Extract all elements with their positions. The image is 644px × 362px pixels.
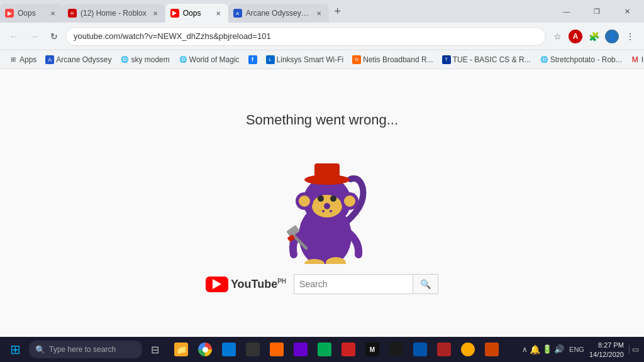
youtube-region: PH	[277, 278, 286, 285]
tab-oops-1[interactable]: ▶ Oops ✕	[0, 4, 63, 23]
bookmark-tue[interactable]: T TUE - BASIC CS & R...	[438, 54, 535, 65]
tab-oops-active[interactable]: Oops ✕	[165, 4, 228, 23]
volume-icon[interactable]: 🔊	[554, 344, 564, 354]
bookmark-star-icon[interactable]: ☆	[548, 28, 566, 45]
tab-label-3: Oops	[183, 9, 209, 18]
windows-logo-icon: ⊞	[10, 342, 21, 357]
taskbar-app8-icon[interactable]	[337, 338, 360, 361]
tab-label-4: Arcane Odyssey - A magic RPG g...	[246, 9, 310, 18]
bookmark-facebook[interactable]: f	[245, 54, 261, 65]
show-desktop-icon[interactable]: ▭	[629, 345, 639, 354]
svg-point-7	[318, 195, 324, 202]
task-view-button[interactable]: ⊟	[143, 338, 166, 361]
taskbar-search-placeholder: Type here to search	[49, 345, 116, 354]
bookmark-inbox[interactable]: M Inbox - marquivelas...	[627, 54, 644, 65]
youtube-search-button[interactable]: 🔍	[413, 274, 438, 294]
taskbar-app6-icon[interactable]	[289, 338, 312, 361]
tue-icon: T	[442, 55, 451, 64]
close-button[interactable]: ✕	[613, 2, 641, 21]
taskbar-app11-icon[interactable]	[409, 338, 431, 361]
monkey-illustration	[272, 138, 372, 264]
svg-point-8	[330, 195, 336, 202]
taskbar-app5-icon[interactable]	[265, 338, 288, 361]
youtube-play-icon	[213, 279, 221, 289]
notifications-icon[interactable]: 🔔	[530, 344, 540, 354]
explorer-icon: 📁	[174, 343, 188, 356]
adblock-icon[interactable]: A	[569, 30, 582, 43]
netis-icon: N	[352, 55, 361, 64]
tab-close-2[interactable]: ✕	[150, 8, 160, 18]
taskbar-chrome-icon[interactable]	[194, 338, 216, 361]
svg-point-4	[299, 195, 310, 207]
reload-button[interactable]: ↻	[45, 28, 63, 45]
taskbar-app9-icon[interactable]: M	[361, 338, 384, 361]
taskbar-app3-icon[interactable]	[218, 338, 240, 361]
bookmark-label-sky: sky modem	[131, 55, 169, 64]
svg-point-11	[330, 210, 332, 212]
clock-time: 8:27 PM	[598, 341, 624, 350]
app5-icon	[270, 343, 284, 356]
bookmark-label-apps: Apps	[19, 55, 36, 64]
taskbar-app14-icon[interactable]	[480, 338, 503, 361]
bookmark-label-inbox: Inbox - marquivelas...	[641, 55, 644, 64]
taskbar-app10-icon[interactable]	[385, 338, 408, 361]
tab-arcane[interactable]: A Arcane Odyssey - A magic RPG g... ✕	[228, 4, 329, 23]
chevron-up-icon[interactable]: ∧	[522, 345, 528, 354]
new-tab-button[interactable]: +	[329, 3, 347, 20]
account-icon[interactable]: 👤	[605, 30, 619, 43]
taskbar-pinned-apps: 📁	[170, 338, 503, 361]
bookmark-stretch[interactable]: 🌐 Stretchpotato - Rob...	[536, 54, 626, 65]
minimize-button[interactable]: —	[552, 2, 581, 21]
bookmark-linksys[interactable]: L Linksys Smart Wi-Fi	[262, 54, 348, 65]
app3-icon	[222, 343, 236, 356]
taskbar-app4-icon[interactable]	[242, 338, 264, 361]
battery-icon[interactable]: 🔋	[542, 344, 552, 354]
app8-icon	[341, 343, 355, 356]
youtube-logo[interactable]: YouTubePH	[206, 277, 286, 292]
bookmark-sky[interactable]: 🌐 sky modem	[116, 54, 173, 65]
app6-icon	[294, 343, 308, 356]
chrome-icon	[198, 343, 212, 356]
youtube-search-input[interactable]	[294, 274, 413, 294]
error-container: Something went wrong...	[206, 112, 438, 294]
tab-label-1: Oops	[18, 9, 44, 18]
bookmark-label-tue: TUE - BASIC CS & R...	[453, 55, 531, 64]
svg-point-6	[344, 195, 355, 207]
youtube-search-area: YouTubePH 🔍	[206, 274, 438, 294]
bookmark-arcane[interactable]: A Arcane Odyssey	[42, 54, 115, 65]
forward-button[interactable]: →	[25, 28, 43, 45]
app14-icon	[485, 343, 499, 356]
taskbar-app12-icon[interactable]	[433, 338, 455, 361]
back-button[interactable]: ←	[5, 28, 23, 45]
tab-favicon-2: R	[68, 9, 77, 18]
restore-button[interactable]: ❐	[582, 2, 611, 21]
tab-label-2: (12) Home - Roblox	[80, 9, 147, 18]
arcane-icon: A	[45, 55, 54, 64]
extensions-icon[interactable]: 🧩	[585, 28, 602, 45]
linksys-icon: L	[266, 55, 275, 64]
taskbar-app7-icon[interactable]	[313, 338, 336, 361]
taskbar-search-icon: 🔍	[35, 345, 45, 354]
tab-favicon-1: ▶	[5, 9, 14, 18]
bookmark-netis[interactable]: N Netis Broadband R...	[348, 54, 436, 65]
taskbar-explorer-icon[interactable]: 📁	[170, 338, 192, 361]
window-controls: — ❐ ✕	[552, 2, 644, 21]
bookmark-label-linksys: Linksys Smart Wi-Fi	[277, 55, 344, 64]
tab-close-1[interactable]: ✕	[48, 8, 58, 18]
taskbar-app13-icon[interactable]	[457, 338, 479, 361]
tab-close-3[interactable]: ✕	[213, 8, 223, 18]
title-bar: ▶ Oops ✕ R (12) Home - Roblox ✕ Oops ✕ A…	[0, 0, 644, 23]
language-indicator[interactable]: ENG	[569, 346, 584, 353]
stretch-icon: 🌐	[540, 55, 548, 64]
tab-roblox[interactable]: R (12) Home - Roblox ✕	[63, 4, 165, 23]
bookmark-wom[interactable]: 🌐 World of Magic	[175, 54, 243, 65]
youtube-icon	[206, 277, 228, 292]
menu-icon[interactable]: ⋮	[621, 28, 639, 45]
gmail-icon: M	[631, 55, 640, 64]
tab-close-4[interactable]: ✕	[314, 8, 324, 18]
bookmark-apps[interactable]: ⊞ Apps	[5, 54, 40, 65]
taskbar-search[interactable]: 🔍 Type here to search	[29, 341, 142, 358]
time-date-display[interactable]: 8:27 PM 14/12/2020	[589, 341, 624, 358]
start-button[interactable]: ⊞	[3, 337, 28, 362]
address-input[interactable]	[65, 27, 546, 46]
